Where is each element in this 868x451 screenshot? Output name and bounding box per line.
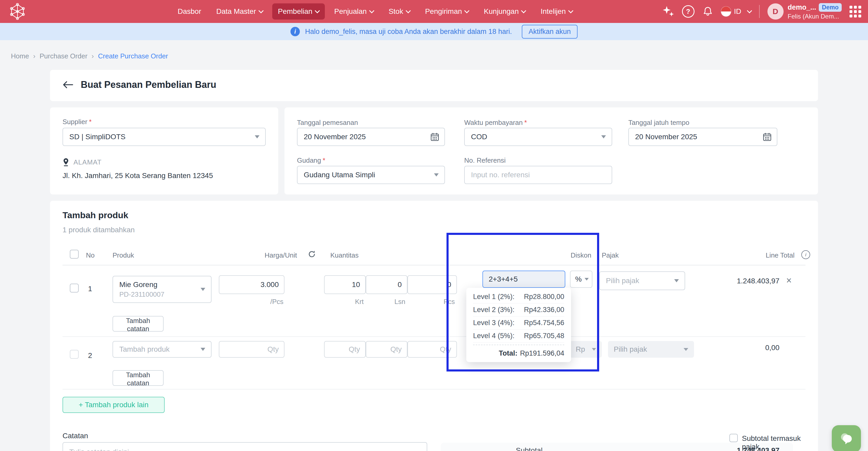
payment-terms-select[interactable]: COD (464, 128, 612, 146)
caret-down-icon (200, 288, 205, 291)
header-diskon: Diskon (539, 251, 591, 259)
products-title: Tambah produk (63, 210, 128, 220)
row-checkbox[interactable] (70, 284, 79, 292)
discount-total-row: Total: Rp191.596,04 (473, 349, 564, 358)
nav-item-pembelian[interactable]: Pembelian (272, 3, 325, 20)
header-kuantitas: Kuantitas (330, 251, 359, 259)
qty-input-krt[interactable] (324, 341, 366, 358)
refresh-price-icon[interactable] (307, 249, 317, 259)
chevron-down-icon (747, 8, 752, 13)
discount-level-row: Level 1 (2%): Rp28.800,00 (473, 290, 564, 304)
level-label: Level 1 (2%): (473, 293, 515, 301)
nav-item-penjualan[interactable]: Penjualan (329, 3, 379, 20)
divider (759, 5, 760, 18)
price-input[interactable] (219, 275, 284, 294)
line-total-value: 0,00 (714, 344, 779, 352)
discount-unit-select[interactable]: % (570, 271, 592, 288)
order-date-input[interactable]: 20 November 2025 (297, 128, 445, 146)
nav-item-data-master[interactable]: Data Master (211, 3, 269, 20)
product-code: PD-231100007 (119, 290, 164, 299)
trial-banner: i Halo demo_felis, masa uji coba Anda ak… (0, 23, 868, 40)
qty-input-krt[interactable] (324, 275, 366, 294)
discount-unit-select[interactable]: Rp (570, 341, 602, 358)
line-total-info-icon[interactable]: i (801, 250, 810, 259)
remove-row-icon[interactable]: × (786, 276, 792, 285)
breadcrumb-purchase-order[interactable]: Purchase Order (40, 52, 88, 60)
order-date-label: Tanggal pemesanan (297, 119, 358, 127)
supplier-label: Supplier* (63, 118, 92, 126)
dashed-divider (473, 345, 564, 345)
notes-textarea[interactable] (63, 442, 427, 451)
apps-grid-icon[interactable] (849, 6, 861, 18)
qty-unit-label: Krt (324, 298, 364, 306)
level-label: Level 3 (4%): (473, 319, 515, 327)
qty-input-lsn[interactable] (366, 341, 407, 358)
breadcrumb-separator: › (92, 52, 94, 60)
add-product-button[interactable]: + Tambah produk lain (63, 397, 165, 413)
sparkles-icon[interactable] (662, 5, 674, 18)
divider (63, 389, 805, 390)
nav-item-intelijen[interactable]: Intelijen (535, 3, 578, 20)
row-checkbox[interactable] (70, 350, 79, 359)
user-name: demo_... (788, 3, 816, 11)
notifications-bell-icon[interactable] (702, 6, 713, 17)
language-selector[interactable]: ID (721, 6, 751, 17)
level-value: Rp28.800,00 (524, 293, 564, 301)
notes-label: Catatan (63, 432, 88, 440)
chevron-down-icon (258, 8, 264, 13)
product-select[interactable]: Tambah produk (113, 341, 212, 358)
divider (63, 336, 805, 337)
chevron-down-icon (369, 8, 374, 13)
page-title: Buat Pesanan Pembelian Baru (81, 79, 216, 90)
calendar-icon (763, 133, 772, 141)
header-no: No (86, 251, 95, 259)
tax-select-disabled: Pilih pajak (608, 341, 694, 358)
main-menu: Dasbor Data Master Pembelian Penjualan S… (172, 0, 578, 23)
app-logo-icon[interactable] (10, 3, 25, 20)
nav-item-kunjungan[interactable]: Kunjungan (478, 3, 531, 20)
activate-account-button[interactable]: Aktifkan akun (522, 25, 578, 38)
discount-unit-value: Rp (576, 345, 585, 354)
reference-input[interactable] (464, 166, 612, 184)
breadcrumb-home[interactable]: Home (11, 52, 29, 60)
trial-message: Halo demo_felis, masa uji coba Anda akan… (305, 28, 512, 36)
caret-down-icon (585, 278, 589, 281)
warehouse-select[interactable]: Gudang Utama Simpli (297, 166, 445, 184)
tax-select[interactable]: Pilih pajak (599, 272, 685, 290)
indonesia-flag-icon (721, 6, 731, 17)
navbar-actions: ? ID D demo_... Demo Felis (Akun Dem... (662, 0, 861, 23)
required-asterisk: * (323, 157, 326, 164)
chat-launcher-button[interactable] (832, 425, 861, 451)
supplier-select[interactable]: SD | SimpliDOTS (63, 128, 266, 146)
discount-formula-input[interactable] (483, 271, 565, 288)
qty-input-pcs[interactable] (407, 341, 457, 358)
nav-item-stok[interactable]: Stok (383, 3, 416, 20)
breadcrumb-create-purchase-order[interactable]: Create Purchase Order (98, 52, 168, 60)
qty-input-pcs[interactable] (407, 275, 457, 294)
supplier-card: Supplier* SD | SimpliDOTS ALAMAT Jl. Kh.… (50, 107, 278, 195)
nav-item-dasbor[interactable]: Dasbor (172, 3, 207, 20)
caret-down-icon (684, 348, 688, 351)
row-number: 2 (88, 351, 92, 360)
help-icon[interactable]: ? (682, 5, 694, 18)
add-note-button[interactable]: Tambah catatan (113, 370, 164, 386)
due-date-input[interactable]: 20 November 2025 (628, 128, 777, 146)
select-all-checkbox[interactable] (70, 250, 79, 259)
total-label: Total: (499, 349, 517, 358)
chevron-down-icon (315, 8, 320, 13)
page-title-card: Buat Pesanan Pembelian Baru (50, 70, 818, 101)
chevron-down-icon (406, 8, 411, 13)
product-select[interactable]: Mie Goreng PD-231100007 (113, 276, 212, 303)
include-tax-checkbox[interactable] (730, 434, 738, 442)
payment-terms-value: COD (471, 133, 487, 141)
tax-placeholder: Pilih pajak (606, 277, 639, 285)
back-arrow-icon[interactable] (63, 80, 73, 89)
user-menu[interactable]: D demo_... Demo Felis (Akun Dem... (768, 3, 842, 20)
order-date-value: 20 November 2025 (304, 133, 366, 141)
price-input[interactable] (219, 341, 284, 358)
qty-input-lsn[interactable] (366, 275, 407, 294)
reference-label: No. Referensi (464, 157, 506, 165)
nav-item-pengiriman[interactable]: Pengiriman (420, 3, 475, 20)
caret-down-icon (674, 279, 679, 282)
add-note-button[interactable]: Tambah catatan (113, 316, 164, 332)
